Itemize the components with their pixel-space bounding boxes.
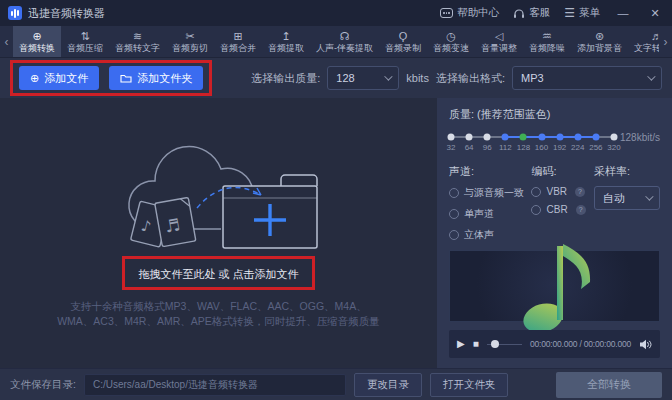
radio-icon[interactable] (531, 205, 541, 215)
slider-tick[interactable] (484, 134, 491, 141)
slider-tick-label: 64 (465, 143, 474, 152)
options-section: 声道: 与源音频一致单声道立体声 编码: VBR?CBR? 采样率: 自动 (437, 154, 672, 246)
annotation-box-drop-hint: 拖拽文件至此处 或 点击添加文件 (122, 256, 314, 290)
tab-icon: ✂ (185, 30, 194, 43)
format-select-label: 选择输出格式: (436, 71, 505, 86)
add-folder-button[interactable]: 添加文件夹 (109, 66, 203, 90)
tab-label: 音频合并 (220, 43, 256, 53)
slider-tick-label: 160 (535, 143, 548, 152)
save-dir-input[interactable] (84, 374, 346, 396)
menu-icon: ☰ (564, 6, 575, 20)
quality-select[interactable]: 128 (327, 66, 399, 90)
tabs-scroll-left-icon[interactable]: ‹ (0, 26, 13, 57)
tab[interactable]: ≋音频转文字 (109, 26, 166, 57)
samplerate-options: 采样率: 自动 (594, 164, 660, 242)
encoding-option[interactable]: VBR? (531, 186, 594, 197)
samplerate-select[interactable]: 自动 (594, 186, 660, 210)
radio-icon[interactable] (531, 187, 541, 197)
slider-tick[interactable] (574, 134, 581, 141)
app-window: 迅捷音频转换器 帮助中心 客服 ☰ 菜单 — ✕ ‹ (0, 0, 672, 400)
tab[interactable]: ✂音频剪切 (166, 26, 214, 57)
radio-label: VBR (546, 186, 567, 197)
tab-label: 添加背景音 (577, 43, 622, 53)
samplerate-select-value: 自动 (603, 191, 625, 206)
convert-all-button[interactable]: 全部转换 (556, 372, 662, 398)
slider-tick[interactable] (556, 134, 563, 141)
seek-slider[interactable] (487, 339, 522, 349)
radio-icon[interactable] (449, 209, 459, 219)
slider-tick[interactable] (466, 134, 473, 141)
tab-label: 音频压缩 (67, 43, 103, 53)
slider-tick[interactable] (592, 134, 599, 141)
footer-bar: 文件保存目录: 更改目录 打开文件夹 全部转换 (0, 368, 672, 400)
tab[interactable]: ⊞音频合并 (214, 26, 262, 57)
play-button[interactable]: ▶ (457, 339, 465, 349)
radio-icon[interactable] (449, 188, 459, 198)
slider-tick[interactable] (448, 134, 455, 141)
tab-label: 音频降噪 (529, 43, 565, 53)
slider-tick[interactable] (520, 134, 527, 141)
chevron-down-icon (647, 72, 655, 80)
quality-unit-label: kbits (406, 72, 429, 84)
menu-button[interactable]: ☰ 菜单 (564, 6, 600, 20)
tab[interactable]: ☊人声-伴奏提取 (310, 26, 379, 57)
tab-label: 音量调整 (481, 43, 517, 53)
bitrate-slider[interactable]: 326496112128160192224256320 (451, 132, 614, 154)
tab-icon: ♬ (651, 30, 659, 43)
add-file-icon: ⊕ (30, 72, 39, 85)
tab-label: 音频转文字 (115, 43, 160, 53)
customer-service-button[interactable]: 客服 (513, 6, 550, 20)
tab[interactable]: ♬文字转语音 (628, 26, 659, 57)
tab-icon: ☊ (340, 30, 350, 43)
seek-knob[interactable] (491, 340, 499, 348)
add-folder-label: 添加文件夹 (137, 71, 192, 86)
tab-icon: ♒ (542, 30, 552, 43)
tab[interactable]: ♒音频降噪 (523, 26, 571, 57)
help-bubble-icon (440, 8, 453, 18)
help-question-icon[interactable]: ? (576, 205, 586, 215)
channel-label: 声道: (449, 164, 531, 179)
supported-formats-text: 支持十余种音频格式MP3、WAV、FLAC、AAC、OGG、M4A、WMA、AC… (54, 299, 384, 329)
tab-icon: ⇅ (80, 30, 89, 43)
tab-label: 音频剪切 (172, 43, 208, 53)
file-drop-zone[interactable]: ♪ ♬ 拖拽文件至此处 或 点击添加文件 支持十余种音频格式MP3、WAV、FL… (0, 98, 437, 368)
tab-icon: ≋ (133, 30, 142, 43)
quality-section-label: 质量: (推荐范围蓝色) (449, 107, 660, 122)
radio-label: CBR (546, 204, 567, 215)
tab[interactable]: Ϙ音频录制 (379, 26, 427, 57)
open-folder-button[interactable]: 打开文件夹 (430, 373, 509, 397)
radio-label: 立体声 (464, 228, 494, 242)
close-button[interactable]: ✕ (646, 7, 664, 20)
slider-tick[interactable] (610, 134, 617, 141)
tab[interactable]: ↥音频提取 (262, 26, 310, 57)
top-strip: ⊕ 添加文件 添加文件夹 选择输出质量: 128 kbits 选择输出格式: M… (0, 58, 672, 98)
slider-tick[interactable] (502, 134, 509, 141)
time-display: 00:00:00.000 / 00:00:00.000 (530, 339, 631, 349)
channel-option[interactable]: 与源音频一致 (449, 186, 531, 200)
encoding-options: 编码: VBR?CBR? (531, 164, 594, 242)
tab-list: ⊕音频转换⇅音频压缩≋音频转文字✂音频剪切⊞音频合并↥音频提取☊人声-伴奏提取Ϙ… (13, 26, 659, 57)
format-select[interactable]: MP3 (512, 66, 662, 90)
volume-icon[interactable] (639, 339, 652, 350)
radio-icon[interactable] (449, 230, 459, 240)
tab-icon: Ϙ (399, 30, 408, 43)
tab[interactable]: ⊛添加背景音 (571, 26, 628, 57)
add-file-button[interactable]: ⊕ 添加文件 (19, 66, 99, 90)
chevron-down-icon (645, 192, 653, 200)
tabs-scroll-right-icon[interactable]: › (659, 26, 672, 57)
tab[interactable]: ◷音频变速 (427, 26, 475, 57)
help-question-icon[interactable]: ? (575, 187, 585, 197)
tab[interactable]: ◁音量调整 (475, 26, 523, 57)
slider-tick[interactable] (538, 134, 545, 141)
tab[interactable]: ⊕音频转换 (13, 26, 61, 57)
cloud-folder-illustration: ♪ ♬ (101, 136, 337, 254)
help-center-button[interactable]: 帮助中心 (440, 6, 499, 20)
encoding-option[interactable]: CBR? (531, 204, 594, 215)
change-dir-button[interactable]: 更改目录 (354, 373, 422, 397)
slider-tick-label: 32 (447, 143, 456, 152)
tab[interactable]: ⇅音频压缩 (61, 26, 109, 57)
stop-button[interactable]: ■ (473, 339, 479, 349)
minimize-button[interactable]: — (614, 7, 632, 19)
tab-label: 人声-伴奏提取 (316, 43, 373, 53)
channel-option[interactable]: 单声道 (449, 207, 531, 221)
